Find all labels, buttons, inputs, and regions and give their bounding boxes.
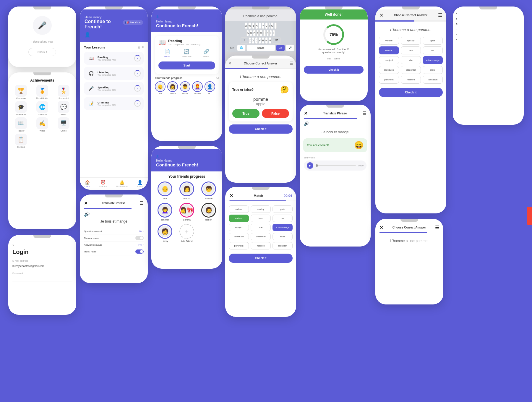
key-v[interactable]: V — [259, 37, 261, 44]
key-b[interactable]: B — [262, 37, 264, 44]
match-word-quickly[interactable]: quickly — [251, 205, 271, 213]
key-t[interactable]: T — [259, 22, 261, 29]
lesson-grammar[interactable]: 📝 Grammar You completed 51% ▸ — [84, 97, 144, 110]
match-word-gate[interactable]: gate — [273, 205, 293, 213]
translate-menu-icon[interactable]: ☰ — [140, 200, 144, 206]
check-it-button[interactable]: Check it — [28, 48, 56, 56]
key-e[interactable]: E — [252, 22, 254, 29]
answer-introduce[interactable]: introduce — [379, 66, 399, 74]
answer-voiture[interactable]: voiture — [379, 37, 399, 45]
back-button[interactable]: ‹ — [12, 242, 72, 247]
tf-check-button[interactable]: Check It — [229, 124, 293, 134]
key-j[interactable]: J — [267, 30, 269, 36]
key-123[interactable]: 123 — [227, 45, 236, 51]
friends-all-link[interactable]: All — [216, 77, 219, 80]
lesson-listening[interactable]: 🎧 Listening You completed 59% ▸ — [84, 67, 144, 80]
choose-sm-close-icon[interactable]: ✕ — [379, 225, 383, 230]
nav-notifications[interactable]: 🔔 Notifications — [116, 180, 128, 187]
false-button[interactable]: False — [262, 109, 289, 118]
correct-menu-icon[interactable]: ☰ — [362, 111, 366, 116]
match-word-car[interactable]: car — [273, 215, 293, 222]
key-mic[interactable]: 🎤 — [286, 45, 294, 51]
add-friend-button[interactable]: ＋ Add Friend — [177, 224, 196, 242]
answer-gate[interactable]: gate — [423, 37, 443, 45]
match-word-tree[interactable]: tree — [251, 215, 271, 222]
tf-menu-icon[interactable]: ☰ — [289, 61, 293, 66]
key-x[interactable]: X — [252, 37, 254, 44]
answer-pertinent[interactable]: pertinent — [379, 76, 399, 84]
key-delete[interactable]: ⌫ — [272, 37, 281, 44]
key-n[interactable]: N — [265, 37, 268, 44]
key-o[interactable]: O — [271, 22, 273, 29]
key-r[interactable]: R — [255, 22, 258, 29]
key-c[interactable]: C — [255, 37, 258, 44]
key-g[interactable]: G — [259, 30, 262, 36]
answer-presenter[interactable]: présenter — [401, 66, 421, 74]
match-check-button[interactable]: Check It — [229, 254, 293, 263]
key-u[interactable]: U — [265, 22, 268, 29]
key-a[interactable]: A — [246, 30, 249, 36]
setting-answer-language[interactable]: Answer language FR › — [84, 242, 144, 248]
key-l[interactable]: L — [273, 30, 275, 36]
grid-icon[interactable]: ⊞ — [137, 45, 140, 49]
answer-quickly[interactable]: quickly — [401, 37, 421, 45]
match-close-icon[interactable]: ✕ — [229, 193, 233, 198]
start-button[interactable]: Start — [158, 61, 215, 69]
key-y[interactable]: Y — [262, 22, 264, 29]
key-space[interactable]: space — [246, 45, 275, 51]
key-f[interactable]: F — [257, 30, 259, 36]
lesson-speaking[interactable]: 🎤 Speaking You completed 32% ▸ — [84, 82, 144, 95]
setting-true-false[interactable]: True / False — [84, 248, 144, 255]
true-false-toggle[interactable] — [135, 249, 144, 254]
answer-vite[interactable]: vite — [401, 56, 421, 64]
key-i[interactable]: I — [269, 22, 270, 29]
match-word-matiere[interactable]: matière — [251, 242, 271, 249]
tf-close-icon[interactable]: ✕ — [228, 61, 232, 66]
key-z[interactable]: Z — [249, 37, 251, 44]
answer-tree[interactable]: tree — [401, 46, 421, 54]
match-word-voiturerouge[interactable]: voiture rouge — [273, 224, 293, 231]
mode-read[interactable]: 📄 Read — [164, 49, 170, 58]
answer-matiere[interactable]: matière — [401, 76, 421, 84]
setting-question-amount[interactable]: Question amount 20 › — [84, 228, 144, 234]
match-word-voiture[interactable]: voiture — [229, 205, 249, 213]
answer-redcar[interactable]: red car — [379, 46, 399, 54]
match-word-presenter[interactable]: présenter — [251, 233, 271, 240]
mode-match[interactable]: 🔗 Match — [203, 49, 210, 58]
key-s[interactable]: S — [250, 30, 252, 36]
lesson-reading[interactable]: 📖 Reading You completed 74% ▸ — [84, 52, 144, 65]
nav-practice[interactable]: ⏰ Practice — [99, 180, 107, 187]
key-d[interactable]: D — [253, 30, 256, 36]
show-answers-toggle[interactable] — [135, 236, 144, 240]
mode-translate[interactable]: 🔄 Translate — [182, 49, 192, 58]
list-icon[interactable]: ≡ — [142, 45, 144, 49]
correct-close-icon[interactable]: ✕ — [304, 111, 308, 116]
answer-arbre[interactable]: arbre — [423, 66, 443, 74]
match-word-vite[interactable]: vite — [251, 224, 271, 231]
key-w[interactable]: W — [248, 22, 252, 29]
key-emoji[interactable]: 🌐 — [237, 45, 246, 51]
answer-voiturerouge[interactable]: voiture rouge — [423, 56, 443, 64]
match-word-liberation[interactable]: libération — [273, 242, 293, 249]
key-go[interactable]: Go — [276, 45, 285, 51]
match-word-pertinent[interactable]: pertinent — [229, 242, 249, 249]
answer-liberation[interactable]: libération — [423, 76, 443, 84]
score-check-button[interactable]: Check it — [304, 66, 364, 74]
key-h[interactable]: H — [263, 30, 266, 36]
answer-check-button[interactable]: Check it — [379, 88, 443, 97]
play-button[interactable]: ▶ — [307, 162, 313, 169]
match-word-subject[interactable]: subject — [229, 224, 249, 231]
language-selector[interactable]: 🇫🇷 French ▾ — [123, 20, 143, 25]
answer-subject[interactable]: subject — [379, 56, 399, 64]
key-m[interactable]: M — [269, 37, 272, 44]
nav-learn[interactable]: 🏠 Learn — [85, 180, 90, 187]
answer-car[interactable]: car — [423, 46, 443, 54]
choose-big-close-icon[interactable]: ✕ — [379, 12, 383, 18]
true-button[interactable]: True — [232, 109, 259, 118]
choose-big-menu-icon[interactable]: ☰ — [438, 12, 442, 18]
key-q[interactable]: Q — [245, 22, 247, 29]
nav-profile[interactable]: 👤 Profile — [137, 180, 143, 187]
key-shift[interactable]: ⇧ — [241, 37, 248, 44]
match-word-redcar[interactable]: red car — [229, 215, 249, 222]
key-p[interactable]: P — [274, 22, 277, 29]
